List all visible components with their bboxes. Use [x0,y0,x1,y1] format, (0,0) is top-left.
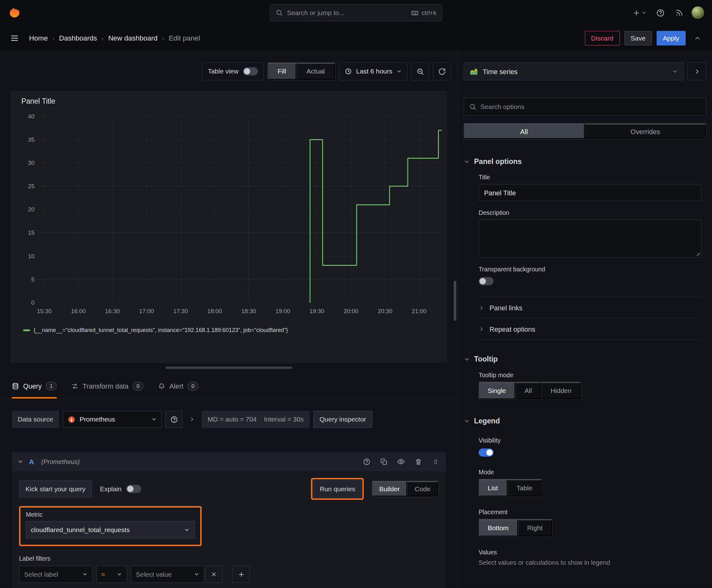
collapse-header-button[interactable] [690,31,705,45]
options-tabs: All Overrides [464,123,707,140]
global-search-input[interactable] [287,9,407,16]
close-options-pane-button[interactable] [688,62,707,80]
builder-option[interactable]: Builder [372,481,408,497]
query-row-header[interactable]: A (Prometheus) [12,452,446,472]
pane-resize-handle[interactable] [166,366,292,369]
top-actions [631,5,705,20]
avatar[interactable] [691,6,705,19]
panel-title-input[interactable] [479,184,702,201]
select-value-dropdown[interactable]: Select value [131,566,204,583]
legend-swatch [23,330,30,331]
breadcrumb-separator: › [162,35,164,42]
code-option[interactable]: Code [408,481,438,497]
run-queries-button[interactable]: Run queries [313,480,362,498]
discard-button[interactable]: Discard [585,31,620,45]
table-view-toggle[interactable] [243,67,258,76]
edit-area: Table view Fill Actual Last 6 hours [0,51,458,588]
placement-bottom-option[interactable]: Bottom [479,519,518,537]
left-pane-scrollbar[interactable] [454,281,456,321]
save-button[interactable]: Save [624,31,652,45]
values-label: Values [479,549,702,555]
tab-all-options[interactable]: All [464,123,585,139]
query-count-badge: 1 [46,381,57,391]
transparent-background-toggle[interactable] [479,277,494,285]
fill-actual-group: Fill Actual [267,62,336,80]
legend-header[interactable]: Legend [464,417,707,425]
chevron-down-icon [464,159,470,165]
visualization-row: Time series [464,62,707,80]
placement-right-option[interactable]: Right [518,519,552,537]
options-search[interactable] [464,98,707,116]
query-inspector-button[interactable]: Query inspector [313,411,373,428]
menu-toggle-button[interactable] [6,30,23,46]
news-button[interactable] [672,5,687,20]
tooltip-header[interactable]: Tooltip [464,355,707,363]
plus-icon [632,9,641,17]
duplicate-query-button[interactable] [379,453,389,470]
legend-list-option[interactable]: List [479,479,508,497]
legend-table-option[interactable]: Table [507,479,542,497]
tooltip-single-option[interactable]: Single [479,382,516,399]
tab-transform-data[interactable]: Transform data 0 [71,374,144,399]
repeat-options-section[interactable]: Repeat options [479,318,702,339]
query-options-summary[interactable]: MD = auto = 704 Interval = 30s [201,411,309,428]
chevron-down-icon [641,10,646,15]
run-queries-highlight: Run queries [311,478,364,500]
global-search-bar[interactable]: ctrl+k [270,4,442,21]
table-view-control[interactable]: Table view [202,62,264,80]
actual-option[interactable]: Actual [296,63,335,80]
svg-text:20:30: 20:30 [377,308,392,314]
refresh-button[interactable] [433,62,451,80]
explain-control: Explain [100,485,141,493]
close-icon [211,571,217,577]
select-label-dropdown[interactable]: Select label [19,566,93,583]
visualization-picker[interactable]: Time series [464,62,684,80]
database-icon [12,382,19,390]
tab-alert[interactable]: Alert 0 [158,374,198,399]
datasource-help-button[interactable] [166,411,183,428]
visibility-label: Visibility [479,437,702,444]
time-range-picker[interactable]: Last 6 hours [339,62,408,80]
breadcrumb-dashboards[interactable]: Dashboards [59,34,97,42]
description-label: Description [479,210,702,216]
legend-visibility-toggle[interactable] [479,448,494,457]
breadcrumb-home[interactable]: Home [29,34,48,42]
tooltip-all-option[interactable]: All [516,382,542,399]
explain-toggle[interactable] [126,485,141,493]
remove-query-button[interactable] [413,453,423,470]
breadcrumb-new-dashboard[interactable]: New dashboard [108,34,157,42]
tab-overrides[interactable]: Overrides [585,123,706,139]
fill-option[interactable]: Fill [268,63,296,80]
time-series-chart[interactable]: 051015202530354015:3016:0016:3017:0017:3… [19,110,446,323]
bell-icon [158,382,165,390]
options-search-input[interactable] [480,103,701,110]
drag-query-handle[interactable] [430,453,440,470]
kick-start-query-button[interactable]: Kick start your query [19,480,92,498]
tooltip-hidden-option[interactable]: Hidden [542,382,581,399]
chevron-right-icon [189,416,195,422]
query-help-button[interactable] [361,453,371,470]
operator-dropdown[interactable]: = [96,566,127,583]
help-button[interactable] [653,5,667,20]
datasource-row: Data source Prometheus [0,399,458,428]
search-icon [276,9,283,16]
description-textarea[interactable] [479,219,702,258]
add-filter-button[interactable] [233,566,250,583]
grafana-logo-icon[interactable] [7,5,22,20]
panel-links-section[interactable]: Panel links [479,297,702,318]
apply-button[interactable]: Apply [656,31,686,45]
chart-legend[interactable]: {__name__="cloudflared_tunnel_total_requ… [19,323,439,334]
resize-handle[interactable] [695,251,700,256]
datasource-picker[interactable]: Prometheus [63,411,162,428]
panel-options-header[interactable]: Panel options [464,158,707,166]
svg-text:19:30: 19:30 [309,308,324,314]
remove-filter-button[interactable] [205,566,222,583]
query-options-expand-button[interactable] [186,411,198,428]
metric-select[interactable]: cloudflared_tunnel_total_requests [26,521,195,538]
hide-response-button[interactable] [396,453,406,470]
new-menu-button[interactable] [631,5,648,20]
zoom-out-button[interactable] [411,62,429,80]
top-nav: ctrl+k [0,0,712,25]
tab-query[interactable]: Query 1 [12,374,57,399]
transparent-background-label: Transparent background [479,266,702,273]
